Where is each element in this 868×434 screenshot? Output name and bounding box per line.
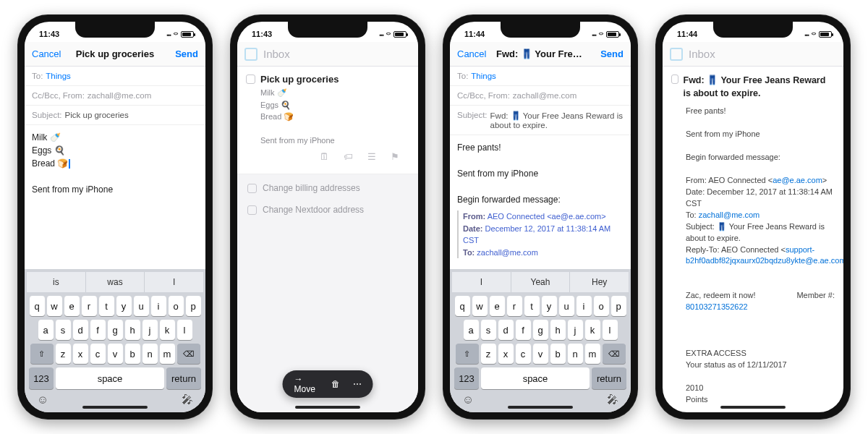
backspace-key[interactable]: ⌫: [177, 344, 200, 364]
shift-key[interactable]: ⇧: [30, 344, 54, 364]
key-b[interactable]: b: [550, 344, 566, 364]
calendar-icon[interactable]: 🗓︎: [320, 151, 329, 162]
cc-field[interactable]: Cc/Bcc, From: zachall@me.com: [25, 86, 205, 106]
key-v[interactable]: v: [108, 344, 123, 364]
to-field[interactable]: To: Things: [25, 67, 205, 86]
key-n[interactable]: n: [142, 344, 158, 364]
space-key[interactable]: space: [56, 367, 164, 389]
keyboard[interactable]: I Yeah Hey qwertyuiop asdfghjkl ⇧ zxcvbn…: [450, 269, 631, 412]
key-f[interactable]: f: [516, 320, 531, 340]
task-row[interactable]: Change Nextdoor address: [237, 199, 418, 221]
key-x[interactable]: x: [73, 344, 88, 364]
key-q[interactable]: q: [30, 296, 45, 316]
key-o[interactable]: o: [594, 296, 609, 316]
task-checkbox[interactable]: [671, 75, 678, 84]
suggestion[interactable]: I: [145, 272, 203, 292]
send-button[interactable]: Send: [587, 48, 624, 59]
key-z[interactable]: z: [56, 344, 71, 364]
key-f[interactable]: f: [90, 320, 106, 340]
mic-icon[interactable]: 🎤︎: [182, 393, 193, 407]
key-p[interactable]: p: [611, 296, 626, 316]
suggestion[interactable]: I: [452, 272, 511, 292]
move-button[interactable]: → Move: [294, 374, 318, 394]
key-m[interactable]: m: [585, 344, 600, 364]
key-v[interactable]: v: [533, 344, 548, 364]
key-g[interactable]: g: [533, 320, 548, 340]
send-button[interactable]: Send: [162, 48, 198, 59]
key-r[interactable]: r: [507, 296, 522, 316]
to-link[interactable]: zachall@me.com: [699, 210, 760, 219]
key-i[interactable]: i: [576, 296, 592, 316]
task-card[interactable]: Pick up groceries Milk 🍼 Eggs 🍳 Bread 🍞 …: [237, 67, 418, 174]
key-k[interactable]: k: [160, 320, 175, 340]
key-c[interactable]: c: [90, 344, 106, 364]
key-n[interactable]: n: [568, 344, 583, 364]
return-key[interactable]: return: [166, 367, 201, 389]
task-row[interactable]: Change billing addresses: [237, 177, 418, 199]
cancel-button[interactable]: Cancel: [32, 48, 68, 59]
suggestion[interactable]: is: [27, 272, 86, 292]
task-checkbox[interactable]: [247, 205, 257, 215]
key-i[interactable]: i: [151, 296, 166, 316]
numbers-key[interactable]: 123: [454, 367, 479, 389]
key-a[interactable]: a: [38, 320, 54, 340]
key-q[interactable]: q: [455, 296, 470, 316]
member-number[interactable]: 80103271352622: [686, 302, 835, 313]
key-t[interactable]: t: [99, 296, 114, 316]
checklist-icon[interactable]: ☰: [367, 151, 376, 162]
keyboard[interactable]: is was I qwertyuiop asdfghjkl ⇧ zxcvbnm …: [25, 269, 205, 412]
key-h[interactable]: h: [125, 320, 140, 340]
compose-body[interactable]: Milk 🍼 Eggs 🍳 Bread 🍞 Sent from my iPhon…: [25, 125, 205, 202]
task-checkbox[interactable]: [246, 75, 255, 84]
key-z[interactable]: z: [481, 344, 496, 364]
key-y[interactable]: y: [116, 296, 132, 316]
key-d[interactable]: d: [73, 320, 88, 340]
mic-icon[interactable]: 🎤︎: [607, 393, 618, 407]
key-k[interactable]: k: [585, 320, 600, 340]
key-j[interactable]: j: [142, 320, 158, 340]
task-checkbox[interactable]: [247, 184, 257, 193]
home-indicator[interactable]: [82, 406, 148, 409]
key-e[interactable]: e: [64, 296, 80, 316]
cc-field[interactable]: Cc/Bcc, From: zachall@me.com: [450, 86, 631, 106]
compose-body[interactable]: Free pants! Sent from my iPhone Begin fo…: [450, 135, 631, 264]
suggestion[interactable]: Hey: [570, 272, 629, 292]
shift-key[interactable]: ⇧: [456, 344, 479, 364]
home-indicator[interactable]: [508, 406, 573, 409]
subject-field[interactable]: Subject: Fwd: 👖 Your Free Jeans Reward i…: [450, 106, 631, 135]
key-u[interactable]: u: [559, 296, 574, 316]
subject-field[interactable]: Subject: Pick up groceries: [25, 106, 205, 125]
return-key[interactable]: return: [592, 367, 626, 389]
key-b[interactable]: b: [125, 344, 140, 364]
key-s[interactable]: s: [56, 320, 71, 340]
more-icon[interactable]: ⋯: [353, 379, 362, 389]
key-s[interactable]: s: [481, 320, 496, 340]
emoji-icon[interactable]: ☺: [37, 393, 48, 407]
backspace-key[interactable]: ⌫: [603, 344, 626, 364]
key-r[interactable]: r: [82, 296, 97, 316]
task-notes[interactable]: Milk 🍼 Eggs 🍳 Bread 🍞 Sent from my iPhon…: [260, 87, 409, 147]
key-h[interactable]: h: [550, 320, 566, 340]
key-d[interactable]: d: [498, 320, 514, 340]
key-p[interactable]: p: [186, 296, 201, 316]
key-j[interactable]: j: [568, 320, 583, 340]
suggestion[interactable]: Yeah: [511, 272, 571, 292]
space-key[interactable]: space: [481, 367, 590, 389]
cancel-button[interactable]: Cancel: [457, 48, 493, 59]
from-link[interactable]: ae@e.ae.com: [773, 176, 822, 184]
key-m[interactable]: m: [160, 344, 175, 364]
key-u[interactable]: u: [134, 296, 149, 316]
tag-icon[interactable]: 🏷︎: [344, 151, 353, 162]
key-g[interactable]: g: [108, 320, 123, 340]
key-y[interactable]: y: [542, 296, 557, 316]
to-field[interactable]: To: Things: [450, 67, 631, 86]
key-w[interactable]: w: [472, 296, 488, 316]
trash-icon[interactable]: 🗑︎: [331, 379, 340, 389]
task-detail[interactable]: Fwd: 👖 Your Free Jeans Reward is about t…: [663, 67, 843, 412]
numbers-key[interactable]: 123: [29, 367, 54, 389]
key-l[interactable]: l: [177, 320, 192, 340]
key-w[interactable]: w: [47, 296, 62, 316]
suggestion[interactable]: was: [86, 272, 145, 292]
key-e[interactable]: e: [490, 296, 505, 316]
home-indicator[interactable]: [720, 406, 786, 409]
